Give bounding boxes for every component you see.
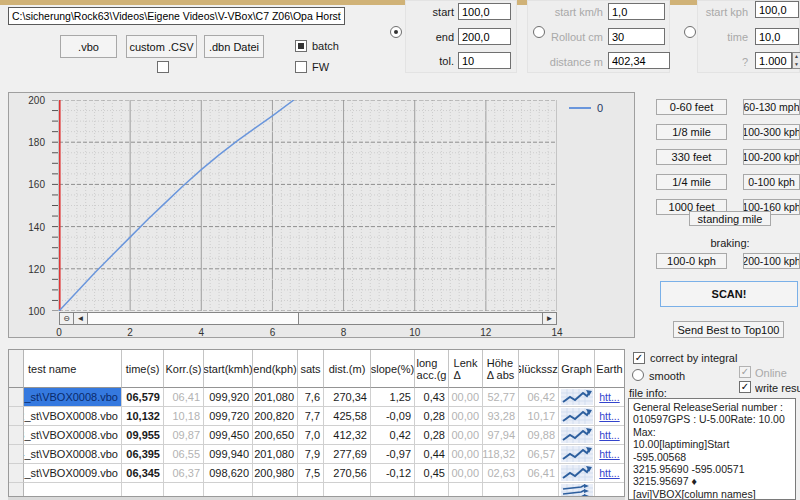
cell-lenk[interactable]: 00,00 (449, 426, 483, 445)
graph-cell[interactable] (559, 426, 595, 445)
cell-hoehe[interactable]: 02,63 (483, 464, 519, 483)
row-header[interactable] (9, 407, 24, 426)
earth-link[interactable]: htt... (599, 448, 619, 460)
cell-dist[interactable]: 270,34 (324, 388, 371, 407)
cell-name[interactable]: 1_st\VBOX0008.vbo (24, 388, 122, 407)
column-header-slope-[interactable]: slope(%) (371, 350, 415, 388)
cell-time[interactable]: 09,955 (122, 426, 164, 445)
graph-cell[interactable] (559, 464, 595, 483)
csv-option-checkbox[interactable] (157, 61, 169, 73)
cell-sats[interactable]: 7,9 (298, 445, 324, 464)
cell-korr[interactable]: 06,55 (164, 445, 204, 464)
standing-mile-button[interactable]: standing mile (689, 211, 771, 226)
graph-thumbnail-icon[interactable] (561, 446, 593, 462)
cell-korr[interactable]: 06,37 (164, 464, 204, 483)
vbo-button[interactable]: .vbo (60, 35, 117, 58)
batch-checkbox[interactable] (295, 40, 307, 52)
earth-link[interactable]: htt... (599, 467, 619, 479)
column-header-test-name[interactable]: test name (24, 350, 122, 388)
graph-thumbnail-icon[interactable] (561, 427, 593, 443)
scrollbar-thumb[interactable] (88, 313, 299, 324)
cell-start[interactable]: 099,450 (204, 426, 253, 445)
factor-spinner[interactable]: ▲▼ (792, 52, 800, 69)
cell-sats[interactable]: 7,0 (298, 426, 324, 445)
tol-input[interactable] (458, 52, 511, 69)
start-kmh-input[interactable] (608, 3, 665, 20)
cell-sats[interactable]: 7,5 (298, 464, 324, 483)
cell-name[interactable]: 3_st\VBOX0008.vbo (24, 426, 122, 445)
scan-button[interactable]: SCAN! (660, 281, 798, 307)
run-button-0-60-feet[interactable]: 0-60 feet (656, 99, 727, 115)
cell-glueck[interactable]: 06,41 (519, 464, 559, 483)
cell-start[interactable]: 099,940 (204, 445, 253, 464)
cell-hoehe[interactable]: 52,77 (483, 388, 519, 407)
column-header-lenk[interactable]: Lenk Δ (449, 350, 483, 388)
table-row[interactable] (9, 483, 624, 497)
cell-sats[interactable]: 7,6 (298, 388, 324, 407)
cell-sats[interactable]: 7,7 (298, 407, 324, 426)
table-row[interactable]: 3_st\VBOX0008.vbo09,95509,87099,450200,6… (9, 426, 624, 445)
cell-slope[interactable]: -0,97 (371, 445, 415, 464)
zoom-out-icon[interactable]: ⊖ (60, 313, 74, 324)
cell-korr[interactable]: 10,18 (164, 407, 204, 426)
cell-end[interactable]: 200,650 (253, 426, 298, 445)
run-button-330-feet[interactable]: 330 feet (656, 149, 727, 165)
online-checkbox[interactable]: ✓ (739, 366, 751, 378)
row-header[interactable] (9, 388, 24, 407)
row-header[interactable] (9, 426, 24, 445)
cell-hoehe[interactable]: 93,28 (483, 407, 519, 426)
run-button-60-130-mph[interactable]: 60-130 mph (743, 99, 800, 115)
cell-acc[interactable]: 0,28 (415, 407, 449, 426)
cell-time[interactable]: 06,395 (122, 445, 164, 464)
distance-m-input[interactable] (608, 52, 670, 69)
graph-thumbnail-icon[interactable] (561, 389, 593, 405)
column-header-long[interactable]: long acc.(g (415, 350, 449, 388)
cell-time[interactable]: 06,579 (122, 388, 164, 407)
run-button-100-200-kph[interactable]: 100-200 kph (743, 149, 800, 165)
cell-dist[interactable]: 412,32 (324, 426, 371, 445)
cell-end[interactable]: 200,980 (253, 464, 298, 483)
cell-glueck[interactable]: 06,42 (519, 388, 559, 407)
graph-cell[interactable] (559, 407, 595, 426)
table-row[interactable]: 2_st\VBOX0008.vbo10,13210,18099,720200,8… (9, 407, 624, 426)
cell-glueck[interactable]: 09,88 (519, 426, 559, 445)
file-info-box[interactable]: General ReleaseSerial number : 010597GPS… (628, 398, 796, 500)
braking-100-0-button[interactable]: 100-0 kph (656, 253, 727, 269)
time-input[interactable] (755, 28, 799, 45)
run-button-100-300-kph[interactable]: 100-300 kph (743, 124, 800, 140)
cell-korr[interactable]: 06,41 (164, 388, 204, 407)
speed-mode-radio[interactable] (390, 26, 402, 38)
cell-start[interactable]: 098,620 (204, 464, 253, 483)
spinner-down-icon[interactable]: ▼ (794, 61, 799, 68)
cell-glueck[interactable]: 06,57 (519, 445, 559, 464)
cell-dist[interactable]: 277,69 (324, 445, 371, 464)
chart-horizontal-scrollbar[interactable]: ⊖ ◄ ► (59, 312, 557, 325)
cell-end[interactable]: 201,080 (253, 445, 298, 464)
row-header[interactable] (9, 445, 24, 464)
end-input[interactable] (458, 28, 511, 45)
cell-slope[interactable]: -0,12 (371, 464, 415, 483)
cell-lenk[interactable]: 00,00 (449, 464, 483, 483)
write-result-file-checkbox[interactable]: ✓ (739, 381, 751, 393)
earth-link[interactable]: htt... (599, 391, 619, 403)
send-best-to-top100-button[interactable]: Send Best to Top100 (673, 321, 784, 338)
row-header[interactable] (9, 464, 24, 483)
cell-acc[interactable]: 0,28 (415, 426, 449, 445)
cell-slope[interactable]: -0,09 (371, 407, 415, 426)
rollout-cm-input[interactable] (608, 28, 665, 45)
scroll-left-icon[interactable]: ◄ (74, 313, 88, 324)
run-button-1-4-mile[interactable]: 1/4 mile (656, 174, 727, 190)
column-header-start-kmh-[interactable]: start(kmh) (204, 350, 253, 388)
cell-dist[interactable]: 425,58 (324, 407, 371, 426)
column-header-gl-ckssza[interactable]: Glückssza (519, 350, 559, 388)
column-header-time-s-[interactable]: time(s) (122, 350, 164, 388)
fw-checkbox[interactable] (295, 61, 307, 73)
cell-acc[interactable]: 0,44 (415, 445, 449, 464)
cell-slope[interactable]: 1,25 (371, 388, 415, 407)
cell-start[interactable]: 099,920 (204, 388, 253, 407)
dbn-datei-button[interactable]: .dbn Datei (204, 35, 264, 58)
column-header-earth[interactable]: Earth (595, 350, 625, 388)
cell-hoehe[interactable]: 97,94 (483, 426, 519, 445)
cell-slope[interactable]: 0,42 (371, 426, 415, 445)
custom-csv-button[interactable]: custom .CSV (126, 35, 197, 58)
